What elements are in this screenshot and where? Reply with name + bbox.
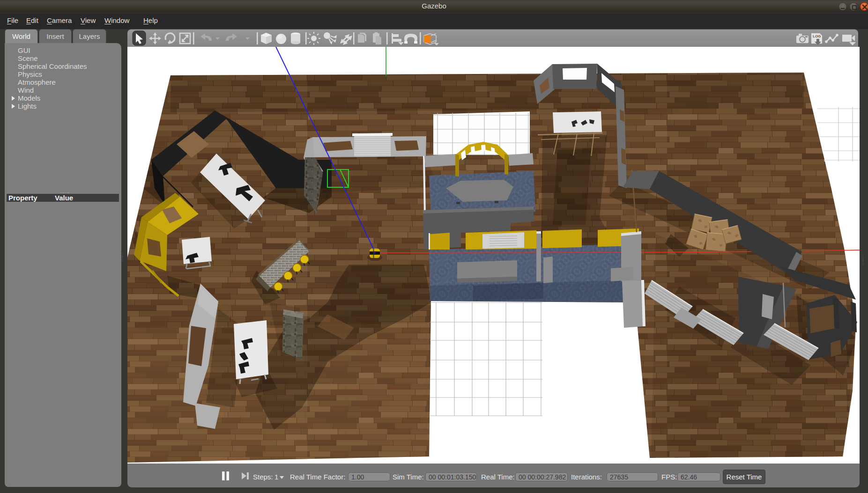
svg-text:LOG: LOG <box>813 34 821 38</box>
